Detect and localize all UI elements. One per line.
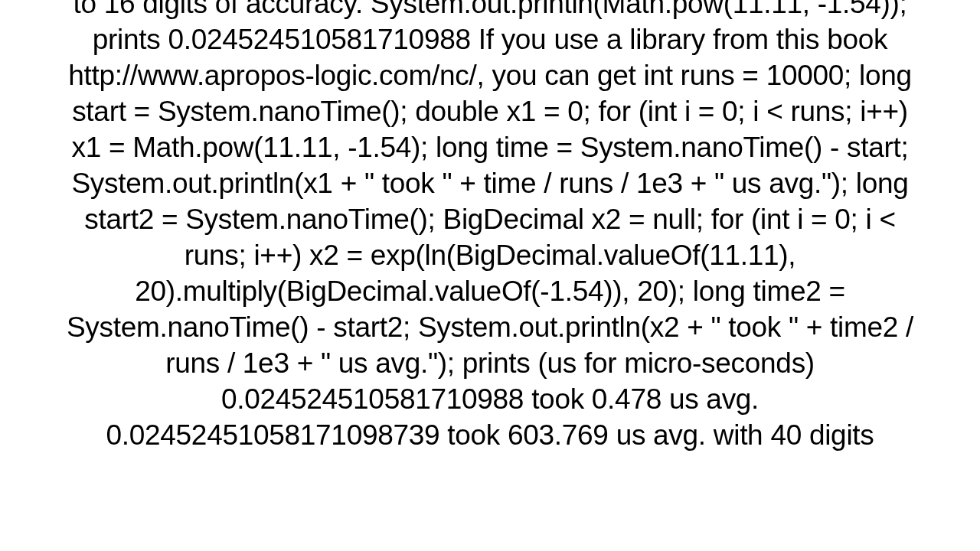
document-text: to 16 digits of accuracy. System.out.pri… <box>57 0 923 454</box>
document-container: to 16 digits of accuracy. System.out.pri… <box>57 0 923 454</box>
